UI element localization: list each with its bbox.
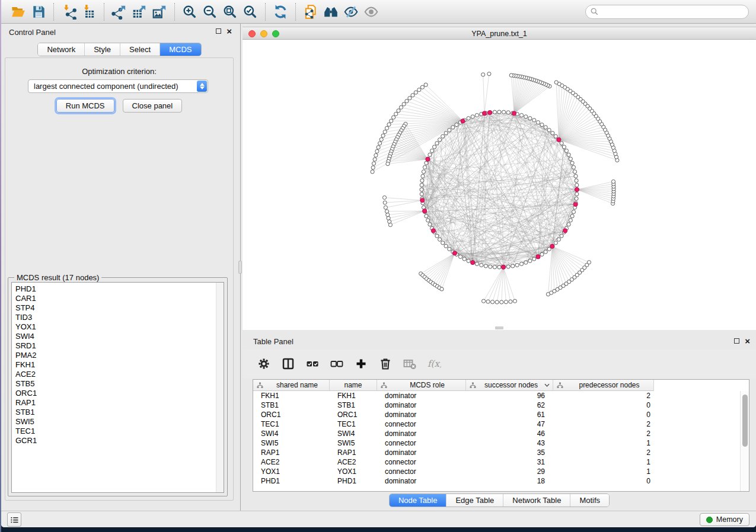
tab-network[interactable]: Network (38, 43, 84, 56)
table-row[interactable]: SWI4SWI4dominator462 (253, 429, 740, 438)
column-header-name[interactable]: name (330, 380, 377, 391)
network-node[interactable] (481, 73, 485, 76)
mcds-node[interactable] (575, 187, 579, 191)
network-node[interactable] (423, 165, 426, 169)
network-node[interactable] (382, 196, 386, 199)
network-node[interactable] (509, 73, 513, 77)
network-node[interactable] (467, 259, 470, 262)
mcds-node[interactable] (501, 265, 505, 269)
network-node[interactable] (564, 149, 568, 152)
mcds-node[interactable] (426, 157, 430, 161)
mcds-result-list[interactable]: PHD1CAR1STP4TID3YOX1SWI4SRD1PMA2FKH1ACE2… (11, 282, 224, 493)
network-node[interactable] (462, 257, 466, 261)
network-node[interactable] (383, 201, 387, 204)
network-node[interactable] (572, 210, 575, 214)
network-node[interactable] (486, 300, 490, 303)
create-column-button[interactable] (353, 355, 369, 372)
network-node[interactable] (528, 259, 532, 262)
zoom-fit-content-button[interactable] (220, 2, 240, 21)
mcds-result-item[interactable]: STP4 (15, 303, 224, 313)
network-node[interactable] (572, 165, 575, 169)
network-node[interactable] (424, 83, 428, 86)
network-node[interactable] (489, 265, 492, 268)
mcds-result-item[interactable]: SRD1 (15, 341, 224, 351)
network-node[interactable] (428, 223, 432, 226)
network-node[interactable] (383, 130, 387, 134)
network-node[interactable] (575, 179, 578, 182)
network-node[interactable] (515, 263, 519, 267)
optimization-criterion-select[interactable]: largest connected component (undirected) (28, 79, 208, 93)
table-row[interactable]: FKH1FKH1dominator962 (253, 391, 740, 400)
run-mcds-button[interactable]: Run MCDS (56, 99, 114, 113)
network-node[interactable] (387, 216, 390, 220)
network-node[interactable] (420, 85, 424, 89)
network-node[interactable] (575, 197, 578, 200)
network-node[interactable] (386, 162, 390, 166)
network-node[interactable] (399, 105, 403, 109)
network-node[interactable] (441, 134, 445, 138)
network-node[interactable] (574, 174, 578, 178)
select-first-neighbors-button[interactable] (321, 2, 341, 21)
export-image-button[interactable] (149, 2, 170, 21)
network-node[interactable] (554, 81, 558, 84)
network-node[interactable] (506, 265, 510, 268)
network-node[interactable] (402, 102, 406, 106)
network-node[interactable] (371, 166, 375, 169)
mcds-result-item[interactable]: YOX1 (15, 322, 224, 332)
mcds-result-item[interactable]: SWI5 (15, 417, 224, 427)
column-header-predecessor-nodes[interactable]: predecessor nodes (553, 380, 654, 391)
network-node[interactable] (567, 153, 570, 156)
horizontal-splitter-grip[interactable] (495, 326, 503, 329)
network-node[interactable] (438, 238, 442, 241)
network-node[interactable] (575, 193, 579, 196)
network-node[interactable] (570, 161, 574, 165)
network-node[interactable] (570, 214, 574, 218)
import-table-button[interactable] (79, 2, 99, 21)
mcds-node[interactable] (423, 209, 427, 213)
network-node[interactable] (575, 183, 579, 187)
network-node[interactable] (484, 264, 487, 268)
network-node[interactable] (458, 255, 462, 258)
mcds-node[interactable] (452, 251, 457, 255)
network-node[interactable] (425, 161, 428, 165)
save-session-button[interactable] (28, 2, 49, 21)
network-node[interactable] (560, 142, 563, 145)
mcds-node[interactable] (573, 202, 578, 206)
apply-preferred-layout-button[interactable] (270, 2, 291, 21)
network-node[interactable] (444, 244, 448, 248)
table-row[interactable]: YOX1YOX1connector291 (253, 467, 740, 476)
network-node[interactable] (394, 112, 398, 116)
network-node[interactable] (385, 126, 388, 130)
network-node[interactable] (506, 111, 510, 114)
mcds-result-item[interactable]: PHD1 (15, 284, 224, 294)
tab-edge-table[interactable]: Edge Table (446, 494, 503, 507)
mcds-result-item[interactable]: TEC1 (15, 427, 224, 436)
network-node[interactable] (444, 132, 448, 135)
close-panel-icon[interactable]: × (227, 28, 232, 34)
network-node[interactable] (378, 142, 382, 145)
network-node[interactable] (554, 241, 557, 245)
table-scrollbar[interactable] (740, 391, 749, 491)
network-node[interactable] (448, 247, 451, 251)
table-row[interactable]: RAP1RAP1dominator352 (253, 448, 740, 457)
delete-columns-button[interactable] (377, 355, 394, 372)
network-node[interactable] (417, 88, 421, 92)
network-node[interactable] (471, 115, 474, 118)
float-table-panel-icon[interactable] (734, 338, 739, 344)
close-panel-button[interactable]: Close panel (123, 99, 183, 113)
mcds-node[interactable] (482, 111, 486, 116)
table-row[interactable]: PHD1PHD1dominator180 (253, 476, 740, 486)
network-node[interactable] (497, 265, 501, 269)
table-row[interactable]: SWI5SWI5connector431 (253, 438, 740, 448)
network-node[interactable] (511, 264, 515, 268)
network-node[interactable] (374, 153, 378, 157)
export-table-button[interactable] (129, 2, 149, 21)
network-node[interactable] (536, 121, 540, 124)
select-all-rows-button[interactable] (304, 355, 321, 372)
new-network-from-selection-button[interactable] (301, 2, 321, 21)
network-node[interactable] (371, 170, 374, 174)
network-node[interactable] (379, 137, 383, 141)
network-node[interactable] (385, 210, 388, 213)
mcds-node[interactable] (563, 229, 567, 233)
mcds-node[interactable] (431, 229, 435, 233)
